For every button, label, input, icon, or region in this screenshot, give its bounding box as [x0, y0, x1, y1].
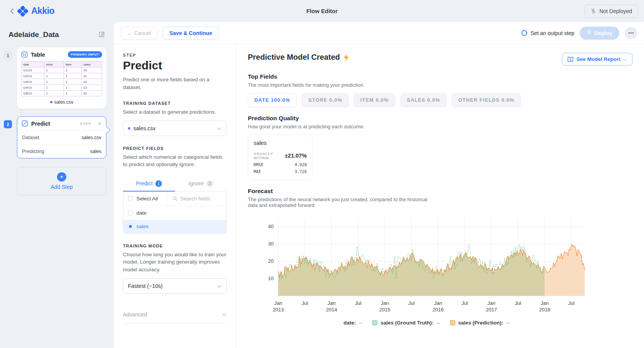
x-tick-month: Jan	[274, 300, 282, 306]
legend-value: --	[437, 320, 440, 326]
deploy-label: Deploy	[594, 30, 612, 36]
akkio-logo[interactable]: Akkio	[18, 6, 54, 16]
close-icon[interactable]: ✕	[98, 121, 102, 126]
forecast-chart: 10203040Jan2013JulJan2014JulJan2015JulJa…	[248, 214, 632, 326]
legend-item: sales (Prediction):--	[450, 320, 510, 326]
metric-value: 3.726	[294, 169, 307, 174]
predict-step-node[interactable]: 2 Predict STEP ✕ Dataset sales.csv Predi…	[17, 116, 106, 158]
step-number-badge: 2	[4, 120, 12, 128]
x-tick-month: Jan	[434, 300, 442, 306]
step-heading: Predict	[123, 59, 227, 72]
lightning-icon	[343, 54, 349, 61]
x-tick-month: Jan	[381, 300, 389, 306]
select-all-checkbox[interactable]: Select All	[123, 192, 168, 206]
dataset-dot-icon	[128, 127, 130, 129]
table-cell: 1/1/13	[22, 67, 44, 73]
tab-ignore[interactable]: Ignore 2	[175, 177, 227, 191]
legend-value: --	[359, 320, 362, 326]
tab-count-badge: 1	[155, 180, 162, 187]
field-row-date[interactable]: date	[123, 206, 226, 220]
save-continue-button[interactable]: Save & Continue	[163, 27, 219, 40]
search-input[interactable]	[180, 196, 222, 202]
y-tick-label: 10	[268, 276, 274, 281]
table-row: 1/3/131114	[22, 79, 102, 85]
set-output-step[interactable]: Set an output step	[521, 30, 575, 36]
cancel-button[interactable]: ← Cancel	[121, 27, 157, 40]
primary-input-badge: PRIMARY INPUT	[68, 51, 102, 58]
chevron-down-icon	[222, 313, 227, 316]
table-cell: 1	[64, 91, 82, 96]
table-cell: 1/3/13	[22, 79, 44, 85]
training-mode-hint: Choose how long you would like to train …	[123, 251, 227, 274]
table-step-node[interactable]: 1 Table PRIMARY INPUT datestoreitemsales…	[17, 47, 106, 109]
x-tick-month: Jul	[302, 300, 308, 306]
checkbox-icon	[128, 224, 133, 229]
table-cell: 1/4/13	[22, 85, 44, 91]
x-tick-year: 2015	[379, 307, 390, 313]
not-deployed-button[interactable]: Not Deployed	[585, 5, 638, 18]
step-property-row: Predicting sales	[17, 144, 106, 158]
step-number-badge: 1	[4, 51, 12, 59]
edit-flow-name-icon[interactable]	[99, 31, 105, 39]
add-step-button[interactable]: + Add Step	[17, 167, 106, 195]
step-description: Predict one or more fields based on a da…	[123, 76, 227, 91]
legend-item: sales (Ground Truth):--	[372, 320, 440, 326]
table-row: 1/2/131111	[22, 73, 102, 79]
add-step-label: Add Step	[50, 184, 73, 190]
table-cell: 1	[64, 67, 82, 73]
step-title: Predict	[31, 121, 50, 127]
predict-fields-tabs: Predict 1 Ignore 2	[123, 177, 227, 192]
usually-within-label: USUALLY WITHIN	[254, 151, 285, 160]
x-tick-year: 2018	[539, 307, 550, 313]
flow-toolbar: ← Cancel Save & Continue Set an output s…	[114, 22, 644, 44]
tab-label: Predict	[136, 180, 153, 187]
training-mode-label: TRAINING MODE	[123, 244, 227, 248]
table-cell: 13	[82, 85, 102, 91]
page-title: Flow Editor	[0, 8, 644, 14]
see-model-report-label: See Model Report →	[577, 56, 627, 62]
field-search[interactable]	[168, 192, 226, 206]
x-tick-year: 2016	[432, 307, 444, 313]
training-mode-select[interactable]: Fastest (~10s)	[123, 278, 227, 294]
back-icon[interactable]	[6, 6, 17, 17]
set-output-label: Set an output step	[531, 30, 575, 36]
tab-predict[interactable]: Predict 1	[123, 177, 175, 191]
see-model-report-button[interactable]: See Model Report →	[562, 53, 632, 66]
field-importance-chip: ITEM 0.0%	[354, 93, 395, 107]
x-tick-month: Jul	[355, 300, 362, 306]
metric-label: MAE	[254, 169, 261, 174]
training-dataset-label: TRAINING DATASET	[123, 101, 227, 106]
legend-swatch-icon	[372, 320, 377, 325]
legend-value: --	[506, 320, 510, 326]
metric-row: MAE 3.726	[254, 169, 307, 174]
more-options-button[interactable]	[625, 27, 637, 39]
plus-icon: +	[57, 172, 66, 182]
metric-label: RMSE	[254, 162, 263, 167]
tab-label: Ignore	[188, 180, 204, 187]
advanced-toggle[interactable]: Advanced	[123, 311, 227, 323]
table-cell: 1	[44, 91, 64, 96]
table-cell: 1	[44, 85, 64, 91]
step-property-row: Dataset sales.csv	[17, 130, 106, 144]
search-icon	[173, 196, 177, 201]
table-row: 1/5/131110	[22, 91, 102, 96]
dataset-select[interactable]: sales.csv	[123, 121, 227, 136]
checkbox-icon	[128, 210, 133, 215]
x-tick-month: Jul	[515, 300, 521, 306]
field-row-sales[interactable]: sales	[123, 220, 226, 233]
upload-icon	[587, 30, 592, 35]
table-cell: 11	[82, 73, 102, 79]
table-cell: 14	[82, 79, 102, 85]
field-importance-chip: STORE 0.0%	[302, 93, 349, 107]
field-importance-chip: OTHER FIELDS 0.0%	[452, 93, 521, 107]
legend-item: date:--	[343, 320, 362, 326]
x-tick-month: Jan	[328, 300, 336, 306]
step-eyebrow: STEP	[123, 53, 227, 57]
deploy-button[interactable]: Deploy	[580, 27, 619, 40]
dataset-dot-icon	[50, 101, 52, 103]
y-tick-label: 30	[268, 241, 274, 247]
chart-legend: date:--sales (Ground Truth):--sales (Pre…	[257, 320, 596, 326]
table-cell: 1	[64, 85, 82, 91]
select-all-label: Select All	[136, 196, 158, 202]
forecast-hint: The predictions of the neural network yo…	[248, 197, 433, 208]
